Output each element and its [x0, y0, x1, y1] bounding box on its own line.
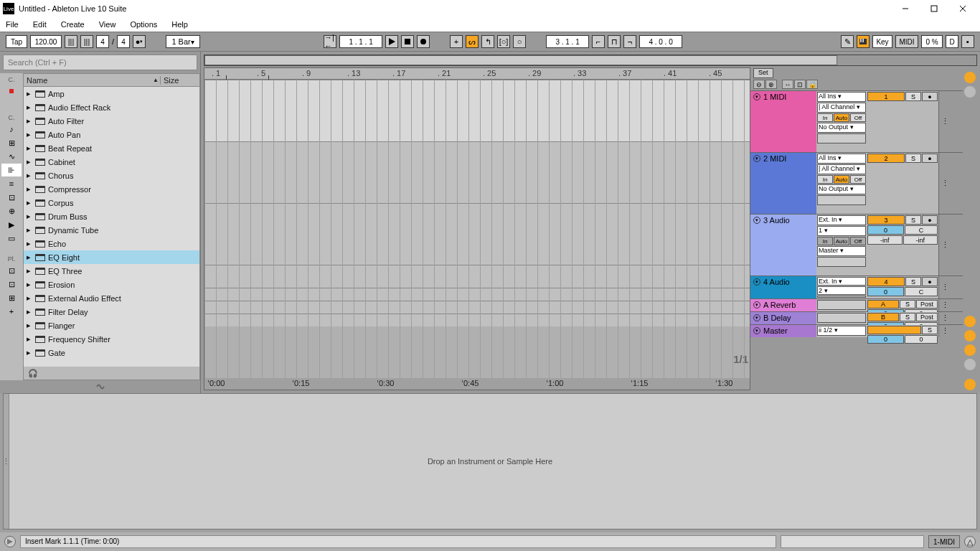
track-header[interactable]: ▾B DelayBSPost00⋮	[750, 311, 963, 324]
time-sig-num[interactable]: 4	[96, 35, 109, 48]
input-type[interactable]: All Ins ▾	[817, 92, 866, 102]
track-header[interactable]: ▾2 MIDIAll Ins ▾| All Channel ▾InAutoOff…	[750, 152, 963, 214]
io-slot[interactable]	[817, 300, 866, 310]
expand-icon[interactable]: ▸	[27, 184, 32, 194]
overload-indicator[interactable]: D	[946, 35, 958, 48]
output-channel[interactable]	[817, 257, 866, 267]
monitor-off[interactable]: Off	[850, 175, 866, 184]
expand-icon[interactable]: ▸	[27, 143, 32, 153]
sounds-tab[interactable]: ♪	[1, 123, 22, 136]
post-button[interactable]: Post	[916, 313, 938, 321]
device-filter-delay[interactable]: ▸Filter Delay	[24, 305, 199, 319]
grid-row[interactable]	[204, 314, 750, 326]
pan[interactable]: C	[905, 287, 938, 296]
draw-mode-button[interactable]: ✎	[841, 35, 854, 48]
expand-icon[interactable]: ▸	[27, 334, 32, 344]
expand-icon[interactable]: ▸	[27, 130, 32, 139]
fold-icon[interactable]: ▾	[753, 314, 760, 321]
track-header[interactable]: ▾3 AudioExt. In ▾1 ▾InAutoOffMaster ▾3S●…	[750, 214, 963, 276]
monitor-auto[interactable]: Auto	[834, 113, 849, 122]
arm-button[interactable]: ●	[922, 154, 938, 163]
fold-icon[interactable]: ▾	[753, 217, 760, 224]
grid-row[interactable]	[204, 203, 750, 265]
input-channel[interactable]: | All Channel ▾	[817, 103, 866, 113]
device-drop-area[interactable]: ⋮ Drop an Instrument or Sample Here	[3, 393, 977, 529]
io-slot[interactable]	[817, 313, 866, 323]
output-routing[interactable]: No Output ▾	[817, 184, 866, 194]
session-record-button[interactable]: ○	[513, 35, 526, 48]
capture-button[interactable]: [○]	[497, 35, 510, 48]
menu-view[interactable]: View	[99, 20, 116, 29]
search-input[interactable]	[3, 55, 197, 70]
device-external-audio-effect[interactable]: ▸External Audio Effect	[24, 291, 199, 305]
loop-start[interactable]: 3 . 1 . 1	[546, 35, 589, 48]
volume[interactable]: 0	[867, 225, 904, 235]
solo-button[interactable]: S	[905, 277, 921, 286]
close-button[interactable]	[948, 0, 977, 17]
user-library-tab[interactable]: ⊡	[1, 278, 22, 291]
device-compressor[interactable]: ▸Compressor	[24, 182, 199, 196]
output-routing[interactable]: No Output ▾	[817, 123, 866, 133]
device-dynamic-tube[interactable]: ▸Dynamic Tube	[24, 223, 199, 237]
track-header[interactable]: ▾Masterii 1/2 ▾S00⋮	[750, 324, 963, 337]
drums-tab[interactable]: ⊞	[1, 136, 22, 149]
device-beat-repeat[interactable]: ▸Beat Repeat	[24, 141, 199, 155]
solo-button[interactable]: S	[905, 92, 921, 101]
follow-button[interactable]: →|←	[324, 35, 336, 48]
name-column[interactable]: Name	[27, 76, 153, 85]
expand-icon[interactable]: ▸	[27, 198, 32, 207]
stop-button[interactable]	[401, 35, 414, 48]
mixer-toggle[interactable]	[964, 344, 976, 356]
track-activator[interactable]: 4	[867, 277, 905, 286]
solo-button[interactable]: S	[900, 313, 915, 321]
track-activator[interactable]: A	[867, 300, 899, 309]
expand-icon[interactable]: ▸	[27, 280, 32, 289]
fold-icon[interactable]: ▾	[753, 327, 760, 334]
arrange-position[interactable]: 1 . 1 . 1	[339, 35, 382, 48]
expand-icon[interactable]: ▸	[27, 293, 32, 303]
arrangement-overview[interactable]	[204, 55, 977, 66]
device-drum-buss[interactable]: ▸Drum Buss	[24, 209, 199, 223]
punch-in-button[interactable]: ⌐	[592, 35, 605, 48]
device-handle[interactable]: ⋮	[4, 394, 9, 529]
track-activator[interactable]	[867, 326, 921, 334]
io-section-toggle[interactable]	[964, 316, 976, 327]
expand-icon[interactable]: ▸	[27, 321, 32, 330]
device-echo[interactable]: ▸Echo	[24, 237, 199, 250]
grid-row[interactable]	[204, 301, 750, 314]
track-header[interactable]: ▾1 MIDIAll Ins ▾| All Channel ▾InAutoOff…	[750, 90, 963, 152]
browser-preview-bar[interactable]: 🎧	[24, 367, 199, 380]
device-chorus[interactable]: ▸Chorus	[24, 169, 199, 182]
fold-icon[interactable]: ▾	[753, 301, 760, 309]
device-eq-eight[interactable]: ▸EQ Eight	[24, 250, 199, 264]
fold-icon[interactable]: ▾	[753, 93, 760, 100]
expand-icon[interactable]: ▸	[27, 307, 32, 316]
track-activator[interactable]: 1	[867, 92, 905, 101]
expand-icon[interactable]: ▸	[27, 348, 32, 357]
quantize-menu[interactable]: 1 Bar ▾	[166, 35, 200, 48]
re-enable-automation-button[interactable]: ↰	[481, 35, 494, 48]
metronome-toggle[interactable]: ●▾	[133, 35, 146, 48]
selector-orb-2[interactable]	[964, 86, 976, 98]
nudge-down-button[interactable]: |||	[65, 35, 77, 48]
monitor-off[interactable]: Off	[850, 237, 866, 245]
punch-out-button[interactable]: ¬	[623, 35, 636, 48]
lock-button[interactable]: 🔒	[806, 80, 818, 89]
device-amp[interactable]: ▸Amp	[24, 87, 199, 100]
play-button[interactable]	[385, 35, 398, 48]
grid-row[interactable]	[204, 141, 750, 203]
pan[interactable]: 0	[905, 335, 938, 344]
midi-map-button[interactable]: MIDI	[895, 35, 918, 48]
browser-header[interactable]: Name ▲ Size	[24, 74, 199, 87]
offset-button[interactable]: ↔	[782, 80, 793, 89]
post-button[interactable]: Post	[916, 300, 938, 309]
arrangement-grid[interactable]: . 1. 5. 9. 13. 17. 21. 25. 29. 33. 37. 4…	[204, 67, 750, 390]
device-gate[interactable]: ▸Gate	[24, 346, 199, 359]
monitor-auto[interactable]: Auto	[834, 175, 849, 184]
returns-toggle[interactable]	[964, 330, 976, 342]
monitor-in[interactable]: In	[817, 237, 833, 245]
computer-midi-button[interactable]	[857, 35, 870, 48]
menu-edit[interactable]: Edit	[33, 20, 47, 29]
menu-create[interactable]: Create	[61, 20, 85, 29]
key-map-button[interactable]: Key	[872, 35, 892, 48]
